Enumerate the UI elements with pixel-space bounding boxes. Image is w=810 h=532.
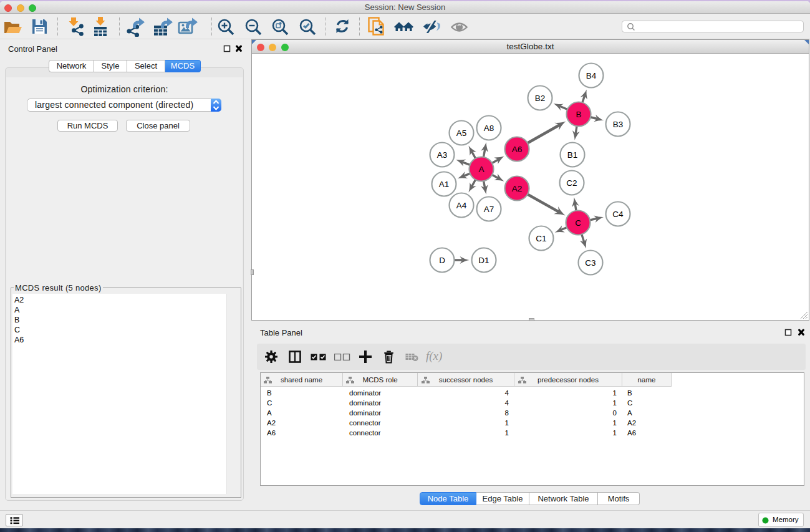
svg-text:A5: A5 bbox=[456, 128, 467, 138]
svg-text:B: B bbox=[576, 110, 581, 119]
svg-text:A1: A1 bbox=[439, 180, 450, 189]
svg-text:B3: B3 bbox=[613, 120, 624, 129]
svg-text:C2: C2 bbox=[566, 178, 577, 188]
svg-text:D1: D1 bbox=[478, 256, 489, 265]
svg-text:A: A bbox=[478, 165, 484, 174]
svg-text:A8: A8 bbox=[484, 123, 494, 133]
svg-text:B4: B4 bbox=[586, 71, 597, 80]
svg-text:A4: A4 bbox=[456, 201, 467, 210]
svg-text:D: D bbox=[439, 256, 445, 265]
svg-text:A7: A7 bbox=[484, 205, 494, 214]
svg-text:A6: A6 bbox=[512, 145, 523, 154]
svg-text:B2: B2 bbox=[535, 94, 546, 103]
svg-text:C: C bbox=[575, 218, 581, 228]
svg-text:B1: B1 bbox=[567, 150, 578, 160]
svg-text:A3: A3 bbox=[437, 150, 448, 160]
svg-text:C4: C4 bbox=[612, 210, 624, 219]
svg-text:C3: C3 bbox=[585, 258, 595, 268]
svg-text:C1: C1 bbox=[536, 234, 546, 243]
svg-text:f(x): f(x) bbox=[426, 350, 442, 363]
svg-text:A2: A2 bbox=[512, 184, 523, 193]
